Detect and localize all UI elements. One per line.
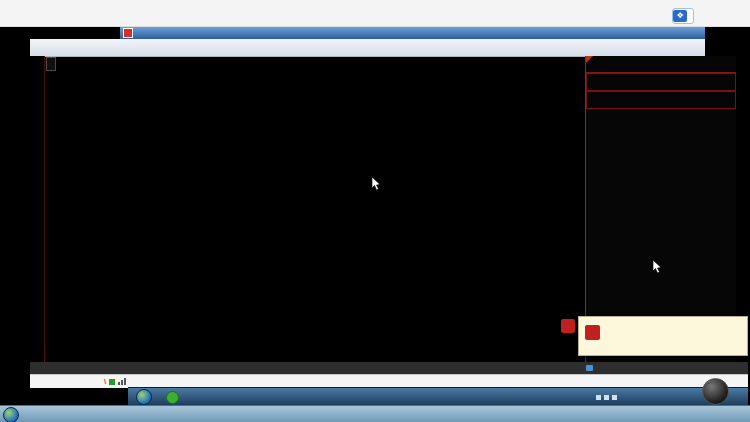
tip-popup[interactable]: [578, 316, 748, 356]
signal-bars-icon: [118, 378, 127, 385]
sub1-header[interactable]: [120, 263, 134, 270]
chat-icon: [586, 365, 593, 371]
mouse-cursor: [371, 177, 383, 191]
green-square-icon: [109, 379, 115, 385]
app-titlebar: [120, 27, 705, 39]
speed-ball[interactable]: [702, 378, 729, 405]
app-toolbar: [30, 39, 705, 57]
time-axis: [30, 354, 585, 362]
toast-behind-icon: [561, 319, 575, 333]
host-start-button[interactable]: [3, 407, 19, 422]
connection-status: \: [104, 377, 130, 386]
cloud-logo-icon: ❖: [673, 10, 687, 22]
bid-row[interactable]: [586, 91, 736, 109]
remote-tray: [596, 395, 624, 400]
left-tab-strip: [30, 56, 45, 387]
exchange-tab-bar: [30, 362, 748, 374]
remote-taskbar: [128, 387, 748, 406]
tray-icon[interactable]: [596, 395, 601, 400]
slash-icon: \: [104, 377, 106, 386]
kline-chart[interactable]: [44, 56, 585, 356]
corner-marker: [586, 56, 593, 63]
upload-button[interactable]: ❖: [672, 8, 694, 24]
tray-icon[interactable]: [604, 395, 609, 400]
symbol-tab[interactable]: [46, 57, 56, 71]
quote-header: [586, 56, 736, 73]
app-icon: [123, 28, 133, 38]
host-taskbar: [0, 405, 750, 422]
mouse-cursor-2: [652, 260, 664, 274]
wh6-logo-icon: [585, 325, 600, 340]
screen: ❖: [0, 0, 750, 422]
sub2-header[interactable]: [120, 294, 139, 301]
360-tray-icon[interactable]: [166, 391, 179, 404]
ticker-statusbar: \: [30, 374, 748, 388]
remote-start-button[interactable]: [136, 389, 152, 405]
cloud-qa-badge[interactable]: [586, 365, 595, 371]
tray-icon[interactable]: [612, 395, 617, 400]
ask-row[interactable]: [586, 73, 736, 91]
viewer-toolbar: ❖: [0, 0, 750, 27]
